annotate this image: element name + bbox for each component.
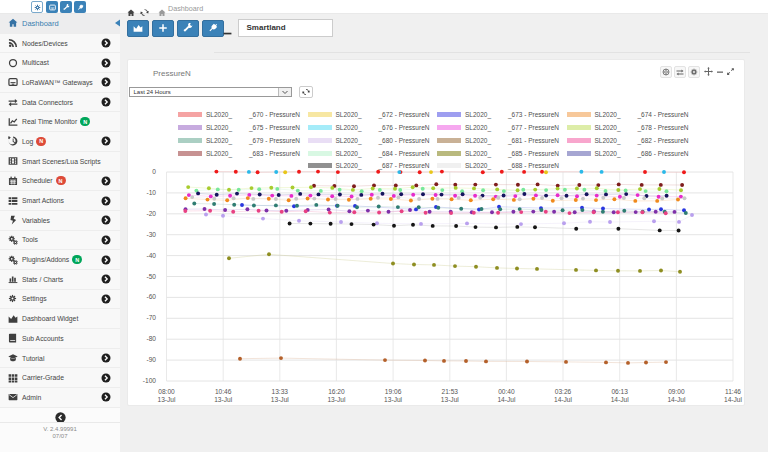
svg-text:00:40: 00:40 [498,387,515,394]
svg-text:14-Jul: 14-Jul [611,395,629,402]
svg-text:14-Jul: 14-Jul [497,395,515,402]
svg-text:08:00: 08:00 [158,387,175,394]
svg-text:13-Jul: 13-Jul [441,395,459,402]
svg-text:13:33: 13:33 [272,387,289,394]
svg-text:11:46: 11:46 [725,387,741,394]
svg-text:14-Jul: 14-Jul [554,395,572,402]
svg-text:13-Jul: 13-Jul [158,395,176,402]
svg-text:13-Jul: 13-Jul [384,395,402,402]
svg-text:13-Jul: 13-Jul [214,395,232,402]
svg-text:21:53: 21:53 [442,387,459,394]
svg-text:19:06: 19:06 [385,387,402,394]
svg-text:-10: -10 [146,188,156,195]
svg-text:16:20: 16:20 [328,387,345,394]
svg-text:-80: -80 [146,335,156,342]
svg-text:-20: -20 [146,209,156,216]
svg-text:14-Jul: 14-Jul [724,395,742,402]
svg-text:14-Jul: 14-Jul [667,395,685,402]
svg-text:13-Jul: 13-Jul [327,395,345,402]
svg-text:06:13: 06:13 [611,387,628,394]
svg-text:-70: -70 [146,314,156,321]
svg-text:-90: -90 [146,356,156,363]
svg-text:-30: -30 [146,230,156,237]
svg-text:-60: -60 [146,293,156,300]
svg-text:13-Jul: 13-Jul [271,395,289,402]
svg-text:0: 0 [152,168,156,175]
svg-text:-50: -50 [146,272,156,279]
svg-text:10:46: 10:46 [215,387,232,394]
svg-text:09:00: 09:00 [668,387,685,394]
svg-text:03:26: 03:26 [555,387,572,394]
svg-text:-100: -100 [143,377,157,384]
svg-text:-40: -40 [146,251,156,258]
